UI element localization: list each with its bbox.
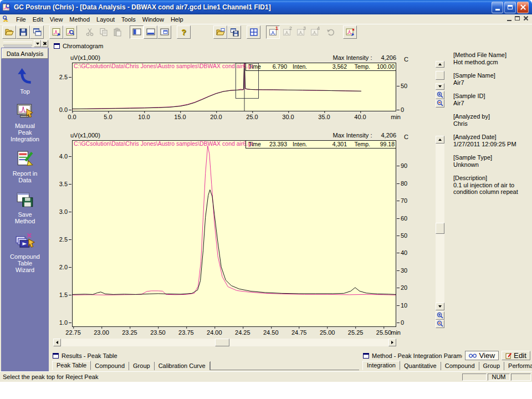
tab-quantitative[interactable]: Quantitative: [400, 362, 441, 370]
chromatogram-view-2-button[interactable]: 2: [280, 25, 294, 39]
menu-help[interactable]: Help: [167, 15, 187, 24]
menu-layout[interactable]: Layout: [93, 15, 118, 24]
scrollbar-thumb[interactable]: [215, 339, 229, 346]
chromatogram-view-1-button[interactable]: 1: [266, 25, 280, 39]
undo-button[interactable]: [324, 25, 337, 39]
scrollbar-track[interactable]: [61, 339, 388, 346]
tab-peak-table[interactable]: Peak Table: [52, 361, 91, 370]
sidebar-item-compound-table-wizard[interactable]: Compound Table Wizard: [10, 232, 40, 273]
method-tab-strip: Integration Quantitative Compound Group …: [360, 361, 532, 370]
tab-compound[interactable]: Compound: [441, 362, 479, 370]
tab-group[interactable]: Group: [479, 362, 505, 370]
panel-restore-icon[interactable]: [54, 43, 60, 49]
wizard-button[interactable]: [343, 25, 357, 39]
duplicate-window-button[interactable]: [30, 25, 44, 39]
y-tick-label: 1.0: [59, 319, 68, 326]
paste-button[interactable]: [110, 25, 124, 39]
info-label: [Sample ID]: [453, 93, 532, 100]
chromatogram-zoomed-chart: uV(x1,000) Max Intensity :4,206 C C:\GCs…: [72, 140, 396, 327]
intensity-value: 3,562: [315, 63, 347, 70]
info-value: 1/27/2011 12:09:25 PM: [453, 141, 532, 148]
app-icon: [2, 3, 11, 12]
menu-method[interactable]: Method: [66, 15, 93, 24]
layout-window-icon: [160, 28, 169, 37]
scroll-up-button[interactable]: [436, 61, 444, 68]
zoomed-plot-area[interactable]: [72, 140, 396, 327]
mdi-minimize-button[interactable]: [507, 20, 511, 21]
restore-button[interactable]: [504, 2, 516, 13]
chromatogram-view-3-button[interactable]: 3: [294, 25, 308, 39]
scrollbar-track[interactable]: [436, 144, 444, 303]
load-method-button[interactable]: [213, 25, 227, 39]
menu-edit[interactable]: Edit: [29, 15, 47, 24]
mdi-close-button[interactable]: [523, 16, 529, 21]
zoom-in-button[interactable]: [436, 91, 444, 99]
scroll-right-button[interactable]: [388, 339, 396, 346]
status-bar: Select the peak top for Reject Peak NUM: [0, 371, 532, 382]
tab-calibration-curve[interactable]: Calibration Curve: [155, 362, 210, 370]
chromatogram-view-4-button[interactable]: 4: [308, 25, 321, 39]
x-tick-label: 5.0: [104, 111, 112, 120]
zoom-out-button[interactable]: [436, 320, 444, 328]
menu-window[interactable]: Window: [139, 15, 167, 24]
cut-button[interactable]: [83, 25, 96, 39]
tab-integration[interactable]: Integration: [362, 361, 400, 370]
scroll-down-button[interactable]: [436, 303, 444, 310]
copy-button[interactable]: [96, 25, 110, 39]
x-tick-label: 24.75: [291, 327, 307, 336]
scrollbar-thumb[interactable]: [436, 223, 444, 234]
save-method-toolbar-button[interactable]: [227, 25, 241, 39]
title-bar[interactable]: GC Postrun (Chris) - [Data Analysis - DB…: [0, 0, 532, 14]
edit-button[interactable]: Edit: [502, 351, 530, 360]
application-window: GC Postrun (Chris) - [Data Analysis - DB…: [0, 0, 532, 399]
menu-tools[interactable]: Tools: [118, 15, 139, 24]
info-label: [Sample Type]: [453, 154, 532, 161]
minimize-button[interactable]: [492, 2, 503, 13]
mdi-restore-button[interactable]: [515, 16, 520, 21]
tab-group[interactable]: Group: [129, 362, 155, 370]
sidebar-item-report-in-data[interactable]: Report in Data: [13, 150, 38, 183]
menu-file[interactable]: File: [13, 15, 29, 24]
tile-windows-button[interactable]: [247, 25, 260, 39]
chromatogram-panel-title: Chromatogram: [63, 43, 103, 49]
panel-restore-icon[interactable]: [363, 353, 369, 359]
assistant-bar-close-button[interactable]: [41, 40, 48, 47]
zoom-out-button[interactable]: [436, 99, 444, 108]
panel-restore-icon[interactable]: [53, 353, 59, 359]
save-data-file-button[interactable]: [16, 25, 30, 39]
menu-view[interactable]: View: [47, 15, 66, 24]
scroll-left-button[interactable]: [53, 339, 61, 346]
x-tick-label: 40.0: [354, 111, 366, 120]
horizontal-scrollbar[interactable]: [53, 339, 396, 346]
close-button[interactable]: [517, 2, 529, 13]
tab-performance[interactable]: Performance: [504, 362, 532, 370]
scrollbar-thumb[interactable]: [436, 71, 444, 80]
x-tick-label: 23.50: [150, 327, 166, 336]
toggle-assistant-bar-button[interactable]: [130, 25, 144, 39]
view-button-label: View: [479, 351, 495, 360]
assistant-bar-grip[interactable]: [1, 39, 49, 48]
assistant-bar-menu-button[interactable]: [34, 40, 41, 47]
arrow-left-icon: [56, 341, 58, 344]
toggle-float-window-button[interactable]: [157, 25, 171, 39]
temp-tick-label: 70: [401, 197, 407, 204]
data-analysis-button[interactable]: [49, 25, 63, 39]
sidebar-item-manual-peak-integration[interactable]: Manual Peak Integration: [11, 102, 39, 142]
open-data-file-button[interactable]: [2, 25, 16, 39]
tab-compound[interactable]: Compound: [91, 362, 129, 370]
zoom-in-button[interactable]: [436, 311, 444, 320]
info-value: 0.1 ul injection of air to condition col…: [453, 182, 532, 196]
method-peak-integration-panel: Method - Peak Integration Parameters Vie…: [360, 350, 532, 371]
toggle-output-window-button[interactable]: [144, 25, 157, 39]
sidebar-item-top[interactable]: Top: [16, 68, 34, 95]
overlay-file-path: C:\GCsolution\Data\Chris Jones\Austro sa…: [74, 140, 253, 147]
help-button[interactable]: ?: [177, 25, 191, 39]
view-button[interactable]: View: [465, 351, 499, 360]
sidebar-item-save-method[interactable]: Save Method: [15, 191, 35, 224]
scroll-up-button[interactable]: [436, 136, 444, 144]
edit-button-label: Edit: [514, 351, 526, 360]
scroll-down-button[interactable]: [436, 83, 444, 90]
assistant-bar-title-button[interactable]: Data Analysis: [2, 48, 48, 59]
data-explorer-button[interactable]: [63, 25, 77, 39]
chart-4-number: 4: [317, 26, 320, 31]
